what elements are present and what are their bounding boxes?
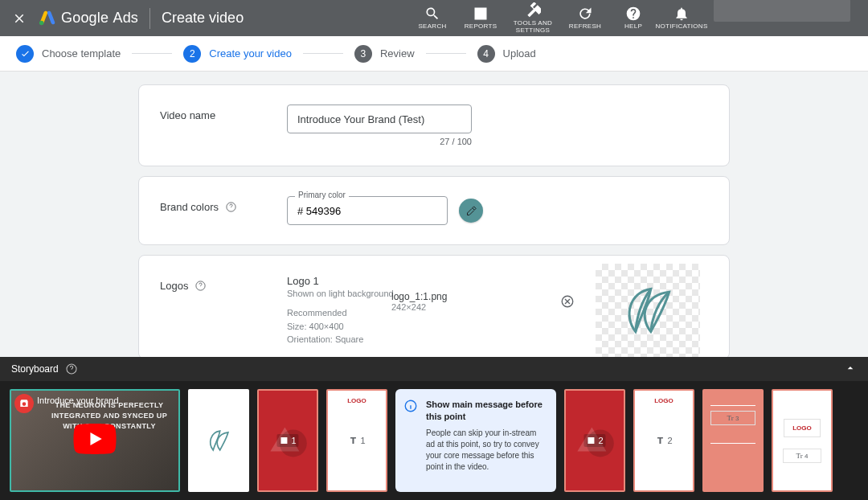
video-name-input[interactable] xyxy=(287,105,472,133)
header-divider xyxy=(149,8,150,29)
stepper-line xyxy=(303,53,343,54)
ads-logo-icon xyxy=(39,10,56,27)
help-icon[interactable] xyxy=(225,201,237,213)
scene-text-1[interactable]: LOGO 1 xyxy=(326,389,387,492)
storyboard-strip[interactable]: THE NEURON IS PERFECTLY INTEGRATED AND S… xyxy=(0,381,868,500)
close-icon xyxy=(12,11,27,26)
image-icon xyxy=(279,436,289,445)
info-icon xyxy=(403,399,418,413)
video-title: Introduce your brand xyxy=(37,395,119,405)
storyboard-title: Storyboard xyxy=(11,363,59,375)
step-create-video[interactable]: 2 Create your video xyxy=(183,45,292,63)
logo-chip: LOGO xyxy=(635,391,693,404)
close-button[interactable] xyxy=(3,2,35,35)
scene-text-2[interactable]: LOGO 2 xyxy=(633,389,694,492)
tools-icon xyxy=(525,2,541,18)
account-chip[interactable] xyxy=(714,0,850,22)
scene-badge: 1 xyxy=(276,434,298,447)
reports-icon xyxy=(473,6,489,22)
search-action[interactable]: SEARCH xyxy=(408,0,457,37)
logos-label: Logos xyxy=(160,280,188,292)
channel-avatar xyxy=(14,394,34,413)
step-upload[interactable]: 4 Upload xyxy=(477,45,536,63)
bell-icon xyxy=(674,6,690,22)
primary-color-input[interactable] xyxy=(287,196,448,225)
play-button[interactable] xyxy=(73,424,117,457)
notifications-action[interactable]: NOTIFICATIONS xyxy=(657,0,706,37)
char-counter: 27 / 100 xyxy=(287,137,472,146)
text-icon xyxy=(655,436,665,445)
logo-chip: LOGO xyxy=(784,419,821,437)
scene-text-4[interactable]: LOGO Tr 4 xyxy=(772,389,833,492)
leaf-icon xyxy=(205,427,232,454)
help-icon[interactable] xyxy=(194,280,207,292)
info-body: People can skip your in-stream ad at thi… xyxy=(426,428,547,473)
google-ads-logo: Google Ads xyxy=(39,10,138,27)
video-name-label: Video name xyxy=(160,105,287,146)
storyboard-panel: Storyboard THE NEURON IS PERFECTLY INTEG… xyxy=(0,357,868,500)
chevron-up-icon xyxy=(844,362,857,375)
product-name: Google Ads xyxy=(61,10,138,27)
video-name-card: Video name 27 / 100 xyxy=(138,84,730,166)
help-action[interactable]: HELP xyxy=(609,0,657,37)
remove-logo-button[interactable] xyxy=(560,294,575,312)
collapse-storyboard-button[interactable] xyxy=(844,362,857,377)
eyedropper-icon xyxy=(465,205,477,217)
text-icon xyxy=(348,436,358,445)
scene-badge: 2 xyxy=(653,434,674,447)
scene-image-1[interactable]: 1 xyxy=(257,389,318,492)
info-title: Show main message before this point xyxy=(426,399,547,423)
top-header: Google Ads Create video SEARCH REPORTS T… xyxy=(0,0,868,36)
step-review[interactable]: 3 Review xyxy=(354,45,415,63)
camera-icon xyxy=(18,398,30,409)
brand-colors-card: Brand colors Primary color xyxy=(138,176,730,245)
refresh-icon xyxy=(577,6,593,22)
page-title: Create video xyxy=(162,10,244,27)
help-icon[interactable] xyxy=(65,363,78,375)
leaf-icon xyxy=(617,280,678,341)
stepper-line xyxy=(132,53,172,54)
remove-icon xyxy=(560,294,575,309)
help-icon xyxy=(625,6,641,22)
check-icon xyxy=(20,48,31,59)
reports-action[interactable]: REPORTS xyxy=(457,0,505,37)
svg-point-0 xyxy=(39,20,44,25)
logo-preview xyxy=(596,264,700,357)
stepper-line xyxy=(426,53,466,54)
refresh-action[interactable]: REFRESH xyxy=(561,0,609,37)
color-picker-button[interactable] xyxy=(459,199,483,223)
youtube-play-icon xyxy=(73,424,117,454)
tools-action[interactable]: TOOLS AND SETTINGS xyxy=(505,0,561,37)
step-choose-template[interactable]: Choose template xyxy=(16,45,121,63)
scene-image-2[interactable]: 2 xyxy=(564,389,625,492)
storyboard-header: Storyboard xyxy=(0,357,868,381)
logos-card: Logos Logo 1 Shown on light background R… xyxy=(138,255,730,357)
scene-video-preview[interactable]: THE NEURON IS PERFECTLY INTEGRATED AND S… xyxy=(10,389,180,492)
main-content: Video name 27 / 100 Brand colors Primary… xyxy=(0,72,868,357)
skip-info-card: Show main message before this point Peop… xyxy=(395,389,556,492)
primary-color-legend: Primary color xyxy=(295,191,349,199)
scene-badge: 1 xyxy=(346,434,367,447)
logo-chip: LOGO xyxy=(328,391,386,404)
stepper: Choose template 2 Create your video 3 Re… xyxy=(0,36,868,72)
logo-file-info: logo_1:1.png 242×242 xyxy=(391,291,447,312)
topbar-actions: SEARCH REPORTS TOOLS AND SETTINGS REFRES… xyxy=(408,0,865,37)
search-icon xyxy=(424,6,440,22)
scene-text-3[interactable]: Tr 3 xyxy=(702,389,764,492)
scene-logo-white[interactable] xyxy=(188,389,249,492)
image-icon xyxy=(586,436,596,445)
brand-colors-label: Brand colors xyxy=(160,201,219,213)
scene-badge: 2 xyxy=(583,434,605,447)
